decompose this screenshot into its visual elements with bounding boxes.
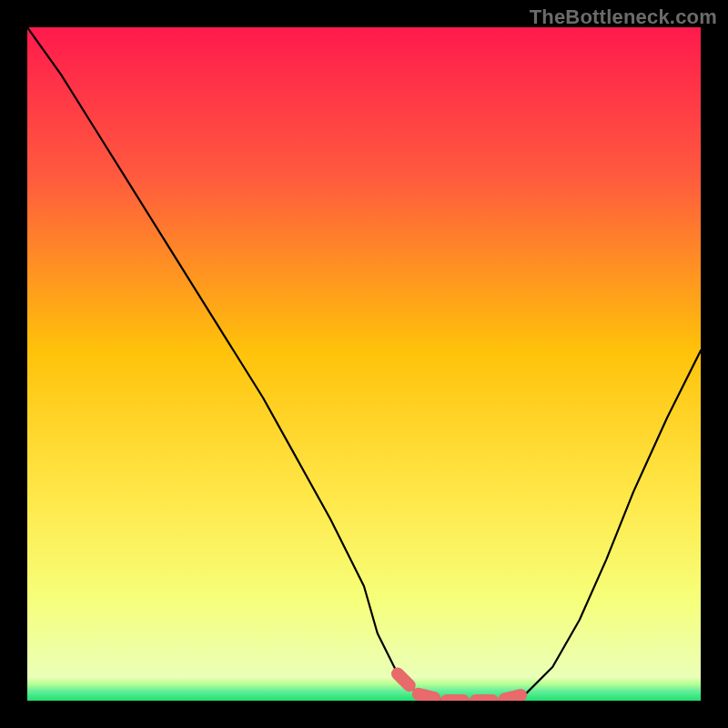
- watermark-text: TheBottleneck.com: [530, 5, 717, 29]
- curve-layer: [27, 27, 701, 701]
- chart-container: TheBottleneck.com: [0, 0, 728, 728]
- bottleneck-curve: [27, 27, 701, 701]
- valley-highlight: [398, 673, 526, 701]
- plot-area: [27, 27, 701, 701]
